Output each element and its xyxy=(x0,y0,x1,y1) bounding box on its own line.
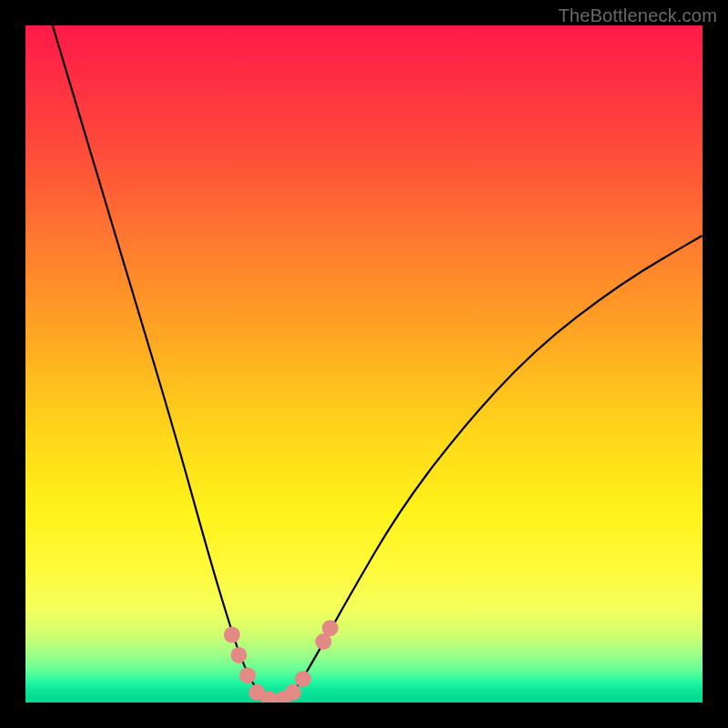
data-marker xyxy=(285,684,301,701)
chart-plot-area xyxy=(25,25,703,703)
data-marker xyxy=(322,620,339,636)
data-marker xyxy=(230,647,247,663)
chart-overlay xyxy=(25,25,703,703)
data-markers xyxy=(224,620,339,703)
watermark-text: TheBottleneck.com xyxy=(558,5,717,26)
bottleneck-curve xyxy=(53,25,703,703)
data-marker xyxy=(239,667,256,683)
data-marker xyxy=(295,671,311,687)
data-marker xyxy=(224,627,240,643)
